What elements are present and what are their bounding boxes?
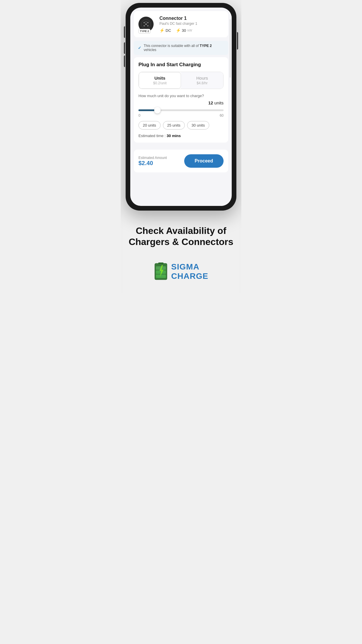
lightning-icon: ⚡ (176, 28, 181, 33)
suitability-bar: ✓ This connector is suitable with all of… (134, 41, 228, 55)
connector-info: Connector 1 Paul's DC fast charger 1 ⚡️ … (159, 16, 224, 33)
amount-label: Estimated Amount (138, 156, 167, 160)
connector-icon-wrap: TYPE 2 (138, 17, 156, 32)
unit-count: 12 (208, 100, 213, 105)
connector-specs: ⚡️ DC ⚡ 30 kW (159, 28, 224, 33)
chip-30[interactable]: 30 units (187, 121, 209, 130)
chip-20[interactable]: 20 units (138, 121, 161, 130)
phone-frame: TYPE 2 Connector 1 Paul's DC fast charge… (126, 3, 236, 211)
spacer (130, 145, 232, 150)
unit-display: 12 units (138, 100, 224, 105)
svg-point-5 (147, 25, 149, 27)
slider-min: 0 (138, 113, 140, 118)
logo-charge: CHARGE (171, 272, 208, 281)
power-unit: kW (187, 29, 192, 32)
connector-name: Connector 1 (159, 16, 224, 21)
screen-content: TYPE 2 Connector 1 Paul's DC fast charge… (130, 11, 232, 172)
logo-sigma: SIGMA (171, 262, 208, 272)
unit-slider[interactable] (138, 109, 224, 111)
charger-name: Paul's DC fast charger 1 (159, 22, 224, 26)
proceed-button[interactable]: Proceed (184, 154, 224, 168)
check-icon: ✓ (138, 46, 141, 50)
tab-units-price: $0.2/unit (141, 81, 179, 85)
slider-range: 0 60 (138, 113, 224, 118)
power-value: 30 (182, 28, 186, 33)
chip-25[interactable]: 25 units (163, 121, 185, 130)
suitability-text: This connector is suitable with all of T… (144, 44, 224, 52)
slider-wrap (138, 107, 224, 112)
quick-select: 20 units 25 units 30 units (138, 121, 224, 130)
below-phone: Check Availability of Chargers & Connect… (123, 211, 239, 293)
headline-line1: Check Availability of (136, 225, 226, 236)
tab-units[interactable]: Units $0.2/unit (139, 72, 181, 89)
logo-battery-icon (154, 262, 168, 281)
plug-title: Plug In and Start Charging (138, 62, 224, 68)
type-badge: TYPE 2 (138, 29, 150, 34)
svg-point-3 (145, 23, 147, 25)
amount-value: $2.40 (138, 160, 167, 167)
estimated-time-value: 30 mins (167, 134, 181, 138)
spec-power: ⚡ 30 kW (176, 28, 192, 33)
bottom-bar: Estimated Amount $2.40 Proceed (134, 150, 228, 172)
svg-point-4 (143, 25, 145, 27)
logo-text: SIGMA CHARGE (171, 262, 208, 281)
svg-rect-8 (158, 262, 164, 264)
dc-icon: ⚡️ (159, 28, 164, 33)
slider-max: 60 (220, 113, 224, 118)
unit-question: How much unit do you want to charge? (138, 94, 224, 98)
dc-label: DC (166, 28, 171, 33)
svg-point-2 (147, 22, 149, 23)
headline-line2: Chargers & Connectors (129, 237, 233, 247)
connector-card: TYPE 2 Connector 1 Paul's DC fast charge… (134, 11, 228, 37)
connector-svg-icon (141, 19, 151, 29)
spec-dc: ⚡️ DC (159, 28, 171, 33)
plug-section: Plug In and Start Charging Units $0.2/un… (134, 57, 228, 143)
svg-point-1 (143, 22, 145, 23)
page-wrapper: TYPE 2 Connector 1 Paul's DC fast charge… (121, 0, 241, 293)
unit-label: units (214, 100, 224, 105)
tab-selector[interactable]: Units $0.2/unit Hours $4.8/hr (138, 72, 224, 89)
logo-wrap: SIGMA CHARGE (129, 262, 233, 281)
headline: Check Availability of Chargers & Connect… (129, 225, 233, 248)
amount-section: Estimated Amount $2.40 (138, 156, 167, 167)
svg-point-6 (145, 21, 147, 22)
tab-hours-price: $4.8/hr (183, 81, 221, 85)
tab-hours-name: Hours (183, 76, 221, 80)
estimated-time: Estimated time : 30 mins (138, 134, 224, 138)
tab-units-name: Units (141, 76, 179, 80)
scrollbar (230, 19, 231, 78)
phone-screen: TYPE 2 Connector 1 Paul's DC fast charge… (130, 8, 232, 206)
tab-hours[interactable]: Hours $4.8/hr (181, 72, 223, 89)
